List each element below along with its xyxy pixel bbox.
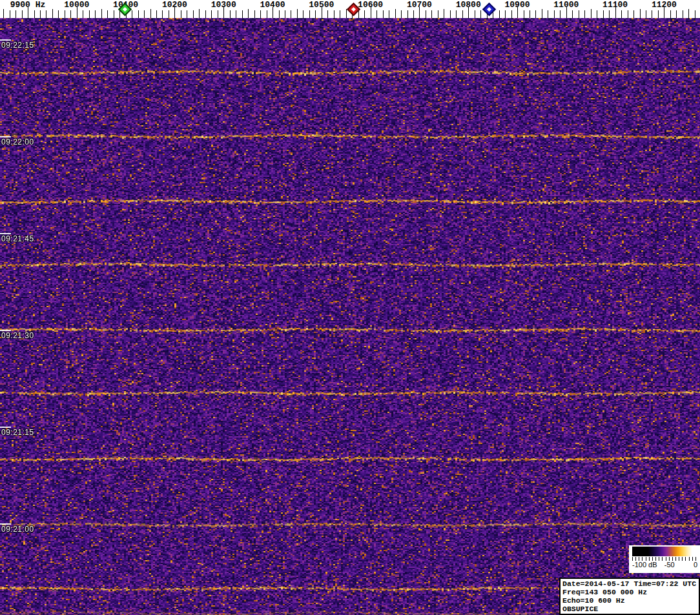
freq-tick: [376, 10, 377, 18]
freq-tick: [248, 9, 249, 18]
freq-tick: [413, 10, 414, 18]
freq-tick: [628, 10, 628, 18]
freq-tick: [89, 10, 90, 18]
freq-tick: [10, 10, 10, 18]
freq-tick: [603, 10, 604, 18]
freq-tick: [285, 10, 285, 18]
freq-tick: [114, 10, 114, 18]
freq-tick: [144, 10, 145, 18]
freq-tick: [383, 10, 384, 18]
freq-tick: [676, 10, 677, 18]
time-label: 09:21:45: [1, 235, 34, 243]
freq-tick: [315, 10, 316, 18]
db-label-mid: -50: [664, 561, 675, 569]
freq-tick: [169, 10, 169, 18]
freq-tick: [548, 10, 548, 18]
freq-axis-label: 10500: [309, 0, 334, 10]
freq-tick: [297, 9, 298, 18]
freq-axis-label: 10200: [162, 0, 187, 10]
time-label: 09:22:15: [1, 41, 34, 50]
freq-tick: [181, 10, 181, 18]
freq-tick: [34, 10, 35, 18]
freq-tick: [95, 10, 96, 18]
freq-tick: [40, 10, 41, 18]
freq-tick: [554, 10, 555, 18]
frequency-ruler[interactable]: 9900 Hz100001010010200103001040010500106…: [0, 0, 700, 18]
freq-tick: [156, 10, 157, 18]
freq-tick: [107, 10, 108, 18]
freq-tick: [597, 10, 597, 18]
freq-tick: [150, 9, 151, 18]
freq-tick: [535, 10, 536, 18]
freq-tick: [646, 10, 646, 18]
freq-axis-label: 10400: [260, 0, 285, 10]
marker-center-dot: [351, 7, 355, 12]
freq-tick: [462, 10, 463, 18]
freq-axis-label: 10700: [407, 0, 432, 10]
freq-tick: [199, 9, 200, 18]
spectrogram-canvas[interactable]: [0, 18, 700, 615]
freq-tick: [327, 10, 328, 18]
freq-tick: [101, 9, 102, 18]
freq-tick: [683, 10, 683, 18]
freq-tick: [389, 10, 389, 18]
freq-tick: [340, 10, 340, 18]
freq-tick: [15, 10, 16, 18]
freq-tick: [426, 10, 426, 18]
freq-tick: [193, 10, 194, 18]
freq-tick: [670, 10, 671, 18]
freq-tick: [260, 10, 261, 18]
freq-tick: [621, 10, 622, 18]
freq-axis-label: 10900: [504, 0, 530, 10]
freq-tick: [3, 9, 4, 18]
freq-tick: [511, 10, 512, 18]
freq-tick: [584, 10, 585, 18]
observation-info-box: Date=2014-05-17 Time=07:22 UTC Freq=143 …: [559, 578, 700, 615]
freq-tick: [456, 10, 457, 18]
freq-axis-label: 10800: [456, 0, 481, 10]
freq-axis-label: 11000: [553, 0, 579, 10]
db-label-max: 0: [694, 561, 697, 569]
time-label: 09:21:00: [1, 525, 34, 534]
freq-tick: [303, 10, 304, 18]
freq-tick: [640, 9, 641, 18]
db-gradient-bar: [632, 547, 699, 556]
freq-axis-label: 9900 Hz: [10, 0, 46, 10]
freq-tick: [542, 9, 542, 18]
freq-tick: [444, 9, 444, 18]
freq-tick: [65, 10, 65, 18]
freq-tick: [211, 10, 212, 18]
freq-marker-blue[interactable]: [482, 3, 495, 16]
freq-tick: [633, 10, 634, 18]
info-date-time: Date=2014-05-17 Time=07:22 UTC: [562, 580, 699, 588]
freq-tick: [688, 9, 689, 18]
freq-tick: [395, 9, 396, 18]
freq-tick: [530, 10, 530, 18]
freq-tick: [609, 10, 610, 18]
freq-tick: [407, 10, 408, 18]
waterfall-display[interactable]: 09:22:1509:22:0009:21:4509:21:3009:21:15…: [0, 18, 700, 615]
db-scale-labels: -100 dB -50 0: [632, 561, 699, 570]
freq-tick: [267, 10, 267, 18]
freq-tick: [499, 10, 500, 18]
marker-center-dot: [486, 7, 491, 12]
freq-tick: [52, 9, 53, 18]
freq-tick: [309, 10, 310, 18]
freq-tick: [22, 10, 23, 18]
freq-tick: [591, 9, 592, 18]
freq-tick: [572, 10, 573, 18]
freq-tick: [218, 10, 218, 18]
spectrum-waterfall-app: 9900 Hz100001010010200103001040010500106…: [0, 0, 700, 615]
time-label: 09:22:00: [1, 138, 34, 146]
freq-tick: [579, 10, 579, 18]
freq-axis-label: 10600: [358, 0, 383, 10]
freq-tick: [431, 10, 432, 18]
time-label: 09:21:30: [1, 332, 34, 340]
freq-tick: [205, 10, 206, 18]
marker-center-dot: [122, 7, 127, 12]
freq-tick: [480, 10, 481, 18]
freq-tick: [524, 10, 524, 18]
freq-tick: [450, 10, 451, 18]
freq-tick: [132, 10, 132, 18]
freq-axis-label: 10000: [64, 0, 89, 10]
